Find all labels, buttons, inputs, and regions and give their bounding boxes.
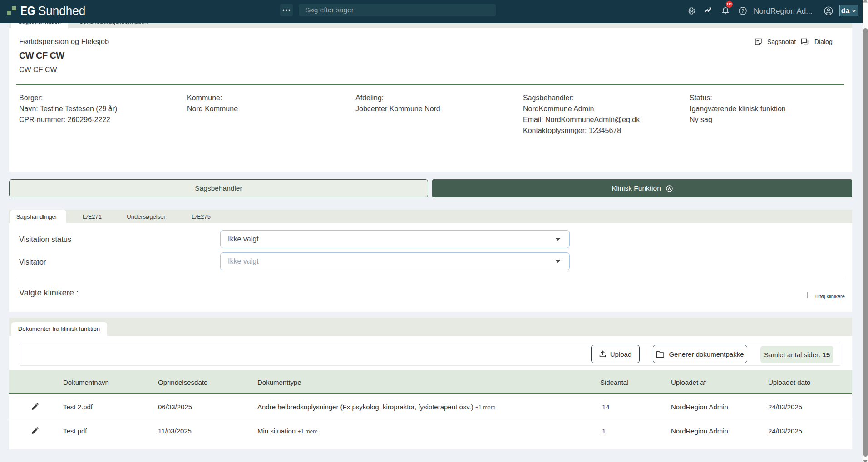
svg-text:?: ?	[741, 8, 744, 14]
